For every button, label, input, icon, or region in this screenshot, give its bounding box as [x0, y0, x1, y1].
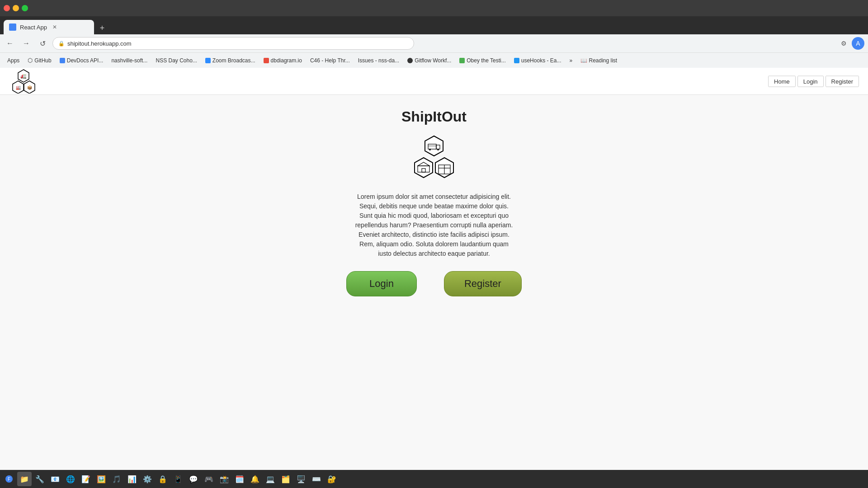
- bookmark-obey-label: Obey the Testi...: [467, 57, 506, 64]
- logo-icon: 🚛 🏭 📦: [9, 69, 38, 94]
- login-button[interactable]: Login: [346, 271, 417, 296]
- main-content: ShipItOut: [0, 95, 868, 296]
- active-tab[interactable]: React App ✕: [4, 20, 94, 34]
- maximize-button[interactable]: [22, 5, 28, 11]
- bookmark-nss-label: NSS Day Coho...: [156, 57, 197, 64]
- url-text: shipitout.herokuapp.com: [67, 40, 132, 47]
- app-content: 🚛 🏭 📦 Home Login Register ShipItOut: [0, 68, 868, 470]
- refresh-button[interactable]: ↺: [36, 37, 49, 50]
- bookmark-gitflow-label: Gitflow Workf...: [415, 57, 451, 64]
- bookmark-c46[interactable]: C46 - Help Thr...: [307, 56, 354, 66]
- bookmark-usehooks-label: useHooks - Ea...: [521, 57, 561, 64]
- bookmark-obey[interactable]: Obey the Testi...: [456, 56, 509, 66]
- taskbar: F 📁 🔧 📧 🌐 📝 🖼️ 🎵 📊 ⚙️ 🔒 📱 💬 🎮 📸 🗓️ 🔔 💻 🗂…: [0, 470, 868, 488]
- taskbar-item-1[interactable]: 📁: [17, 472, 32, 486]
- app-navbar: 🚛 🏭 📦 Home Login Register: [0, 68, 868, 95]
- nav-bar: ← → ↺ 🔒 shipitout.herokuapp.com ⚙ A: [0, 34, 868, 52]
- bookmark-apps-label: Apps: [7, 57, 19, 64]
- app-nav-links: Home Login Register: [768, 75, 859, 87]
- taskbar-item-12[interactable]: 💬: [186, 472, 201, 486]
- svg-text:📦: 📦: [27, 85, 33, 90]
- button-row: Login Register: [346, 271, 522, 296]
- back-button[interactable]: ←: [4, 37, 16, 50]
- description-text: Lorem ipsum dolor sit amet consectetur a…: [353, 192, 515, 258]
- taskbar-item-17[interactable]: 💻: [263, 472, 278, 486]
- tab-title: React App: [20, 24, 47, 31]
- bookmark-github[interactable]: ⬡ GitHub: [24, 55, 55, 66]
- close-button[interactable]: [4, 5, 10, 11]
- new-tab-button[interactable]: +: [96, 22, 108, 34]
- address-bar[interactable]: 🔒 shipitout.herokuapp.com: [52, 37, 414, 50]
- taskbar-item-5[interactable]: 📝: [79, 472, 93, 486]
- reading-list[interactable]: 📖 Reading list: [577, 56, 621, 66]
- svg-text:F: F: [8, 477, 10, 482]
- svg-point-10: [437, 149, 439, 150]
- svg-marker-12: [415, 158, 433, 178]
- tab-bar: React App ✕ +: [0, 16, 868, 34]
- bookmark-nashville-label: nashville-soft...: [111, 57, 147, 64]
- taskbar-item-15[interactable]: 🗓️: [232, 472, 247, 486]
- bookmark-dbdiagram-label: dbdiagram.io: [271, 57, 302, 64]
- taskbar-item-7[interactable]: 🎵: [109, 472, 124, 486]
- home-nav-button[interactable]: Home: [768, 75, 796, 87]
- taskbar-item-16[interactable]: 🔔: [248, 472, 262, 486]
- taskbar-item-13[interactable]: 🎮: [202, 472, 216, 486]
- title-bar: [0, 0, 868, 16]
- taskbar-item-2[interactable]: 🔧: [33, 472, 47, 486]
- forward-button[interactable]: →: [20, 37, 33, 50]
- bookmark-more[interactable]: »: [566, 56, 576, 66]
- bookmark-apps[interactable]: Apps: [4, 56, 23, 66]
- svg-text:🏭: 🏭: [16, 85, 21, 90]
- taskbar-item-19[interactable]: 🖥️: [294, 472, 308, 486]
- app-title: ShipItOut: [401, 108, 467, 125]
- bookmark-issues-label: Issues - nss-da...: [358, 57, 399, 64]
- taskbar-item-9[interactable]: ⚙️: [140, 472, 155, 486]
- bookmark-zoom[interactable]: Zoom Broadcas...: [202, 56, 259, 66]
- bookmark-nashville[interactable]: nashville-soft...: [108, 56, 151, 66]
- bookmark-issues[interactable]: Issues - nss-da...: [354, 56, 403, 66]
- register-nav-button[interactable]: Register: [826, 75, 859, 87]
- taskbar-item-6[interactable]: 🖼️: [94, 472, 108, 486]
- bookmark-zoom-label: Zoom Broadcas...: [212, 57, 255, 64]
- taskbar-item-8[interactable]: 📊: [125, 472, 139, 486]
- bookmark-github-label: GitHub: [34, 57, 51, 64]
- tab-close-button[interactable]: ✕: [52, 24, 57, 30]
- bookmark-dbdiagram[interactable]: dbdiagram.io: [260, 56, 306, 66]
- bookmark-devdocs-label: DevDocs API...: [67, 57, 104, 64]
- logo-container: [407, 134, 461, 181]
- main-logo-icon: [407, 134, 461, 179]
- bookmark-c46-label: C46 - Help Thr...: [310, 57, 350, 64]
- taskbar-item-11[interactable]: 📱: [171, 472, 185, 486]
- minimize-button[interactable]: [13, 5, 19, 11]
- login-nav-button[interactable]: Login: [797, 75, 824, 87]
- window-controls: [4, 5, 28, 11]
- extensions-button[interactable]: ⚙: [837, 37, 850, 50]
- tab-favicon: [9, 23, 16, 31]
- svg-point-9: [429, 149, 431, 150]
- bookmark-devdocs[interactable]: DevDocs API...: [56, 56, 107, 66]
- register-button[interactable]: Register: [444, 271, 522, 296]
- bookmark-gitflow[interactable]: Gitflow Workf...: [404, 56, 455, 66]
- taskbar-item-14[interactable]: 📸: [217, 472, 231, 486]
- taskbar-item-20[interactable]: ⌨️: [309, 472, 324, 486]
- profile-button[interactable]: A: [852, 37, 864, 50]
- lock-icon: 🔒: [58, 41, 65, 47]
- taskbar-item-3[interactable]: 📧: [48, 472, 62, 486]
- bookmark-usehooks[interactable]: useHooks - Ea...: [510, 56, 565, 66]
- taskbar-item-21[interactable]: 🔐: [325, 472, 339, 486]
- taskbar-item-4[interactable]: 🌐: [63, 472, 78, 486]
- app-logo: 🚛 🏭 📦: [9, 69, 38, 94]
- taskbar-item-10[interactable]: 🔒: [156, 472, 170, 486]
- svg-text:🚛: 🚛: [20, 73, 27, 79]
- taskbar-finder[interactable]: F: [2, 472, 16, 486]
- taskbar-item-18[interactable]: 🗂️: [278, 472, 293, 486]
- bookmarks-bar: Apps ⬡ GitHub DevDocs API... nashville-s…: [0, 52, 868, 68]
- bookmark-nss[interactable]: NSS Day Coho...: [152, 56, 200, 66]
